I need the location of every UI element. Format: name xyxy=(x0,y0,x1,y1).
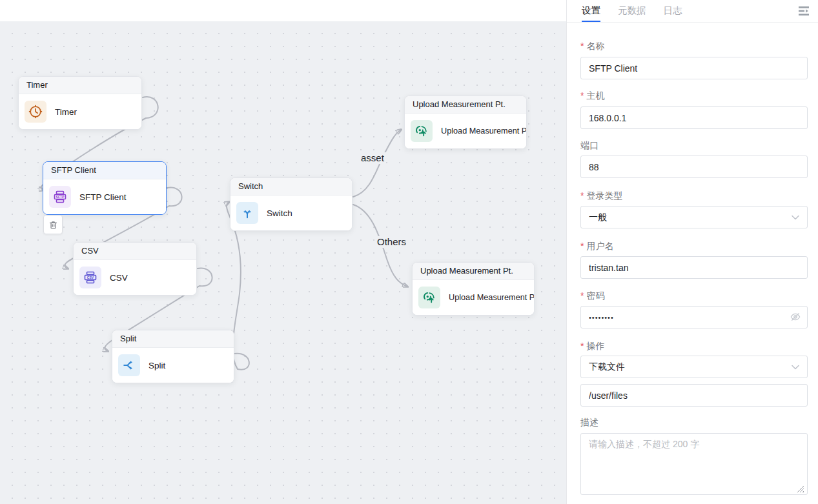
trash-icon xyxy=(48,220,58,230)
delete-node-button[interactable] xyxy=(43,215,63,234)
edge-label-asset: asset xyxy=(359,152,386,164)
login-type-select[interactable]: 一般 xyxy=(580,206,808,228)
node-title: Upload Measurement Pt. xyxy=(405,96,526,114)
operation-select[interactable]: 下载文件 xyxy=(580,356,808,378)
node-upload-measurement-1[interactable]: Upload Measurement Pt. Upload Measuremen… xyxy=(404,96,527,149)
required-asterisk: * xyxy=(580,90,584,101)
node-label: Switch xyxy=(267,208,292,218)
chevron-down-icon xyxy=(792,215,799,220)
flow-canvas[interactable]: asset Others Timer Timer SFTP Client SFT… xyxy=(0,0,566,504)
timer-icon xyxy=(25,101,46,123)
collapse-panel-icon[interactable] xyxy=(797,5,810,17)
node-label: Split xyxy=(148,361,165,370)
node-switch[interactable]: Switch Switch xyxy=(230,177,353,231)
node-title: Split xyxy=(112,330,234,348)
name-input[interactable] xyxy=(580,57,808,79)
node-label: Upload Measurement Pt. xyxy=(441,126,527,136)
node-label: Timer xyxy=(55,107,77,117)
node-label: Upload Measurement Pt. xyxy=(449,293,535,302)
field-label-host: *主机 xyxy=(580,89,604,102)
field-label-username: *用户名 xyxy=(580,239,613,252)
path-input[interactable] xyxy=(580,384,808,407)
required-asterisk: * xyxy=(580,341,584,351)
panel-tabbar: 设置 元数据 日志 xyxy=(567,0,818,23)
node-title: Switch xyxy=(230,178,352,196)
switch-icon xyxy=(236,202,258,224)
node-title: CSV xyxy=(74,243,196,260)
chevron-down-icon xyxy=(792,365,799,370)
port-input[interactable] xyxy=(580,156,808,178)
settings-panel: 设置 元数据 日志 *名称 *主机 端口 *登录类型 一般 *用户名 *密码 xyxy=(566,0,818,504)
description-textarea[interactable] xyxy=(580,433,808,495)
field-label-name: *名称 xyxy=(580,39,604,52)
node-label: CSV xyxy=(110,273,128,283)
split-icon xyxy=(118,354,140,376)
edge-label-others: Others xyxy=(375,236,408,248)
upload-measurement-icon xyxy=(418,287,440,308)
node-sftp-client[interactable]: SFTP Client SFTP SFTP Client xyxy=(43,161,167,215)
username-input[interactable] xyxy=(580,256,808,279)
upload-measurement-icon xyxy=(411,120,433,142)
node-split[interactable]: Split Split xyxy=(112,330,234,383)
tab-settings[interactable]: 设置 xyxy=(582,0,600,22)
password-visibility-toggle-icon[interactable] xyxy=(790,312,801,321)
node-title: SFTP Client xyxy=(43,162,166,179)
field-label-password: *密码 xyxy=(580,289,604,302)
tab-logs[interactable]: 日志 xyxy=(664,0,682,22)
field-label-description: 描述 xyxy=(580,416,598,428)
node-label: SFTP Client xyxy=(79,192,127,202)
svg-text:CSV: CSV xyxy=(87,276,94,279)
node-csv[interactable]: CSV CSV CSV xyxy=(73,242,197,296)
host-input[interactable] xyxy=(580,106,808,129)
field-label-port: 端口 xyxy=(580,139,598,152)
required-asterisk: * xyxy=(580,290,584,301)
svg-text:SFTP: SFTP xyxy=(56,195,65,199)
tab-metadata[interactable]: 元数据 xyxy=(618,0,646,22)
csv-icon: CSV xyxy=(79,267,101,288)
password-input[interactable] xyxy=(580,306,808,328)
required-asterisk: * xyxy=(580,41,584,51)
login-type-value: 一般 xyxy=(589,212,607,223)
node-title: Timer xyxy=(19,77,141,94)
required-asterisk: * xyxy=(580,190,584,201)
node-timer[interactable]: Timer Timer xyxy=(18,76,142,130)
sftp-icon: SFTP xyxy=(49,186,71,208)
field-label-login-type: *登录类型 xyxy=(580,189,622,202)
field-label-operation: *操作 xyxy=(580,339,604,352)
required-asterisk: * xyxy=(580,241,584,251)
operation-value: 下载文件 xyxy=(589,361,625,373)
node-upload-measurement-2[interactable]: Upload Measurement Pt. Upload Measuremen… xyxy=(412,262,535,316)
node-title: Upload Measurement Pt. xyxy=(413,263,534,280)
